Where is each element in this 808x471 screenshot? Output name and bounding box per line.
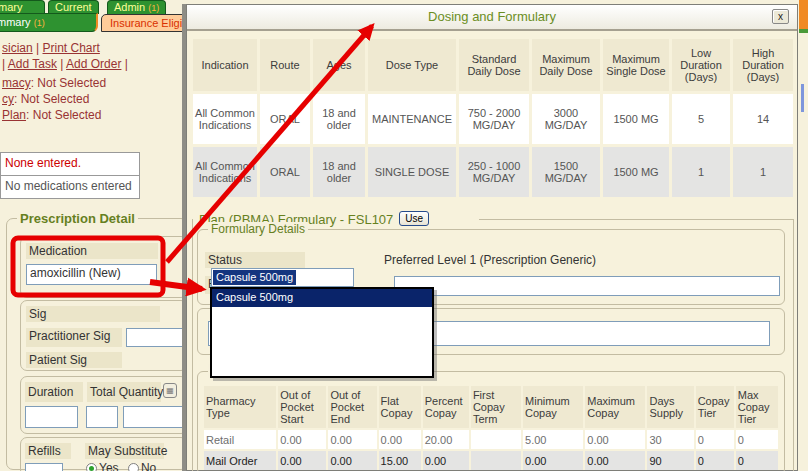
representation-input[interactable] [394,276,780,296]
yes-label: Yes [99,461,119,471]
plan-selection-line: Plan: Not Selected [2,108,101,122]
colon: : [31,76,34,90]
dose-table-row[interactable]: All Common Indications ORAL 18 and older… [193,147,793,197]
tab-count-badge: (1) [34,18,45,28]
practitioner-sig-input[interactable] [126,328,184,347]
copay-table-row[interactable]: Retail 0.00 0.00 0.00 20.00 5.00 0.00 30… [204,430,778,449]
col-header: Days Supply [647,386,693,428]
link-physician[interactable]: sician [2,41,33,55]
cell: 0.00 [328,430,376,449]
tab-summary-selected[interactable]: mmary (1) [0,13,98,32]
plan-value: Not Selected [33,108,102,122]
duration-input[interactable] [25,406,78,428]
cell: 5 [672,94,730,144]
cell: 1500 MG [603,94,669,144]
may-substitute-options: Yes No [86,461,156,471]
col-header: First Copay Term [471,386,521,428]
cell: 15.00 [379,451,421,470]
link-plan[interactable]: Plan [2,108,26,122]
cell: 0 [696,451,734,470]
cell: MAINTENANCE [368,94,456,144]
cell: Retail [204,430,276,449]
copay-details-group: Copay Details Pharmacy Type Out of Pocke… [197,371,785,471]
cell: 1 [672,147,730,197]
close-icon[interactable]: x [772,9,789,24]
cell: 0.00 [379,430,421,449]
dose-table-row[interactable]: All Common Indications ORAL 18 and older… [193,94,793,144]
tab-current[interactable]: Current [48,0,99,14]
cell: 0.00 [328,451,376,470]
pharmacy-value: Not Selected [37,76,106,90]
may-substitute-label: May Substitute [85,443,164,459]
status-label: Status [205,252,305,268]
representation-combobox[interactable]: Capsule 500mg [211,268,354,287]
link-separator: | [125,57,128,71]
tab-admin[interactable]: Admin (1) [107,0,166,14]
medication-input[interactable]: amoxicillin (New) [26,264,157,285]
sig-label: Sig [26,306,160,322]
total-quantity-input[interactable] [86,406,118,428]
cell: 750 - 2000 MG/DAY [459,94,529,144]
cell: ORAL [260,147,310,197]
copay-table: Pharmacy Type Out of Pocket Start Out of… [202,384,780,471]
duration-label: Duration [25,382,83,402]
link-add-task[interactable]: Add Task [8,57,57,71]
dropdown-item[interactable]: Capsule 500mg [212,289,432,307]
cell: Mail Order [204,451,276,470]
col-header: Flat Copay [379,386,421,428]
tab-label: Admin [114,1,145,13]
no-radio[interactable] [128,463,139,471]
link-print-chart[interactable]: Print Chart [43,41,100,55]
none-entered-message: None entered. [0,152,140,176]
cell: 18 and older [313,94,365,144]
link-separator: | [2,57,5,71]
calculator-icon[interactable]: ▦ [163,383,177,398]
col-header: Out of Pocket End [328,386,376,428]
link-pharmacy[interactable]: macy [2,76,31,90]
scrollbar-thumb-fragment[interactable] [801,84,804,112]
refills-label: Refills [25,443,71,459]
col-header: Low Duration (Days) [672,39,730,91]
tab-summary-top[interactable]: mary [0,0,45,14]
col-header: Dose Type [368,39,456,91]
chart-links-line2: | Add Task | Add Order | [2,57,128,71]
cell: 30 [647,430,693,449]
cell: 0.00 [585,451,645,470]
dialog-titlebar[interactable]: Dosing and Formulary x [187,5,797,31]
prescription-detail-title: Prescription Detail [17,211,138,226]
tab-label: mmary [0,16,31,28]
yes-radio[interactable] [86,463,97,471]
cell: 0 [696,430,734,449]
col-header: Standard Daily Dose [459,39,529,91]
medication-label: Medication [26,243,158,259]
total-quantity-label: Total Quantity [87,382,161,402]
cell: 1500 MG [603,147,669,197]
cell [471,451,521,470]
secondary-selection-line: cy: Not Selected [2,92,89,106]
dosing-formulary-dialog: Dosing and Formulary x Indication Route … [186,4,798,471]
col-header: High Duration (Days) [733,39,793,91]
cell: 250 - 1000 MG/DAY [459,147,529,197]
use-button[interactable]: Use [399,211,429,226]
col-header: Maximum Copay [585,386,645,428]
cy-value: Not Selected [21,92,90,106]
combobox-selected-text: Capsule 500mg [213,270,296,285]
link-cy[interactable]: cy [2,92,14,106]
link-add-order[interactable]: Add Order [66,57,121,71]
refills-input[interactable] [25,463,63,471]
cell: 18 and older [313,147,365,197]
cell: ORAL [260,94,310,144]
screen: mary Current Admin (1) mmary (1) Insuran… [0,0,808,471]
cell: 90 [647,451,693,470]
practitioner-sig-label: Practitioner Sig [26,328,122,347]
dose-table: Indication Route Ages Dose Type Standard… [190,36,796,200]
col-header: Max Copay Tier [736,386,778,428]
status-value: Preferred Level 1 (Prescription Generic) [384,253,596,267]
col-header: Maximum Single Dose [603,39,669,91]
copay-table-row[interactable]: Mail Order 0.00 0.00 15.00 0.00 0.00 0.0… [204,451,778,470]
total-quantity-unit-input[interactable] [123,406,185,428]
cell: 1500 MG/DAY [532,147,600,197]
patient-sig-label: Patient Sig [26,352,122,368]
cell: 0.00 [278,430,326,449]
cell: 20.00 [423,430,469,449]
